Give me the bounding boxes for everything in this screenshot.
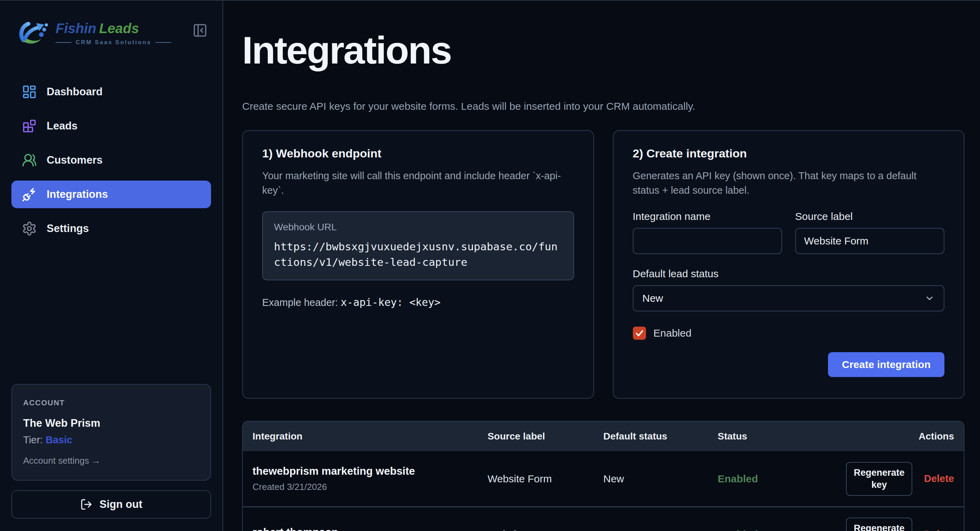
sidebar: FishinLeads CRM Saas Solutions Dashboard — [0, 1, 223, 531]
sidebar-item-leads[interactable]: Leads — [11, 112, 211, 140]
sidebar-nav: Dashboard Leads Customers — [11, 78, 211, 243]
create-card-title: 2) Create integration — [633, 147, 945, 160]
page-subtitle: Create secure API keys for your website … — [242, 100, 964, 112]
example-header-prefix: Example header: — [262, 297, 338, 308]
cards-row: 1) Webhook endpoint Your marketing site … — [242, 130, 964, 399]
column-header-status: Status — [718, 431, 824, 442]
plug-zap-icon — [22, 187, 37, 202]
sign-out-button[interactable]: Sign out — [11, 490, 211, 518]
column-header-source-label: Source label — [487, 431, 603, 442]
default-status-select[interactable]: New — [633, 285, 945, 311]
blocks-icon — [22, 119, 37, 134]
enabled-checkbox-row: Enabled — [633, 327, 945, 340]
status-badge: Enabled — [718, 529, 824, 531]
log-out-icon — [80, 498, 92, 510]
brand-name-primary: Fishin — [56, 21, 96, 36]
delete-button[interactable]: Delete — [924, 473, 954, 484]
integration-name-field: Integration name — [633, 211, 782, 254]
account-section-label: ACCOUNT — [23, 398, 199, 407]
sidebar-item-integrations[interactable]: Integrations — [11, 181, 211, 208]
webhook-url-box: Webhook URL https://bwbsxgjvuxuedejxusnv… — [262, 211, 574, 281]
integration-name: robert thompson — [253, 526, 487, 531]
integration-name: thewebprism marketing website — [253, 465, 487, 477]
source-label-cell: Website Form — [487, 473, 603, 485]
logo-text: FishinLeads CRM Saas Solutions — [56, 21, 171, 46]
column-header-actions: Actions — [824, 431, 954, 442]
column-header-integration: Integration — [253, 431, 487, 442]
create-integration-card: 2) Create integration Generates an API k… — [613, 130, 965, 399]
regenerate-key-button[interactable]: Regenerate key — [846, 462, 912, 496]
panel-left-close-icon — [192, 23, 208, 38]
chevron-down-icon — [924, 293, 935, 303]
app-root: FishinLeads CRM Saas Solutions Dashboard — [0, 0, 980, 531]
layout-dashboard-icon — [22, 84, 37, 100]
create-integration-button[interactable]: Create integration — [828, 352, 944, 377]
sidebar-item-dashboard[interactable]: Dashboard — [11, 78, 211, 106]
sign-out-label: Sign out — [100, 498, 142, 510]
integration-created-date: Created 3/21/2026 — [253, 482, 487, 492]
table-row: robert thompson Website Form New Enabled… — [243, 507, 964, 531]
delete-button[interactable]: Delete — [924, 529, 954, 531]
webhook-url-label: Webhook URL — [274, 222, 562, 233]
gear-icon — [22, 221, 37, 236]
default-status-cell: New — [603, 529, 718, 531]
integration-name-cell: thewebprism marketing website Created 3/… — [253, 465, 487, 492]
main-content: Integrations Create secure API keys for … — [223, 1, 980, 531]
account-card: ACCOUNT The Web Prism Tier: Basic Accoun… — [11, 384, 211, 480]
nav-label-integrations: Integrations — [47, 188, 108, 201]
integrations-table: Integration Source label Default status … — [242, 421, 964, 531]
nav-label-customers: Customers — [47, 154, 103, 166]
brand-tagline: CRM Saas Solutions — [56, 39, 171, 46]
account-tier-label: Tier: — [23, 434, 43, 445]
logo-mark-icon — [18, 15, 54, 51]
logo[interactable]: FishinLeads CRM Saas Solutions — [18, 15, 171, 51]
page-title: Integrations — [242, 28, 964, 73]
status-badge: Enabled — [718, 473, 824, 485]
webhook-card-title: 1) Webhook endpoint — [262, 147, 574, 160]
column-header-default-status: Default status — [603, 431, 718, 442]
webhook-card-description: Your marketing site will call this endpo… — [262, 168, 574, 198]
create-card-description: Generates an API key (shown once). That … — [633, 168, 945, 198]
source-label-cell: Website Form — [487, 529, 603, 531]
table-header-row: Integration Source label Default status … — [243, 422, 964, 451]
webhook-url-value: https://bwbsxgjvuxuedejxusnv.supabase.co… — [274, 239, 562, 270]
source-label-label: Source label — [795, 211, 944, 222]
users-icon — [22, 152, 37, 168]
source-label-field: Source label — [795, 211, 944, 254]
enabled-checkbox[interactable] — [633, 327, 646, 340]
integration-name-label: Integration name — [633, 211, 782, 222]
sidebar-item-settings[interactable]: Settings — [11, 215, 211, 243]
account-tier-value: Basic — [46, 434, 72, 445]
brand-name-secondary: Leads — [99, 21, 139, 36]
integration-name-cell: robert thompson — [253, 526, 487, 531]
webhook-endpoint-card: 1) Webhook endpoint Your marketing site … — [242, 130, 594, 399]
example-header-code: x-api-key: <key> — [340, 296, 441, 308]
account-settings-link[interactable]: Account settings → — [23, 455, 199, 466]
table-row: thewebprism marketing website Created 3/… — [243, 451, 964, 507]
actions-cell: Regenerate key Delete — [824, 462, 954, 496]
default-status-cell: New — [603, 473, 718, 485]
sidebar-item-customers[interactable]: Customers — [11, 146, 211, 174]
nav-label-dashboard: Dashboard — [47, 86, 103, 98]
nav-label-leads: Leads — [47, 120, 78, 132]
brand-name: FishinLeads — [56, 21, 139, 36]
regenerate-key-button[interactable]: Regenerate key — [846, 518, 912, 531]
create-form-row: Integration name Source label — [633, 211, 945, 254]
sidebar-collapse-button[interactable] — [192, 23, 208, 38]
sidebar-header: FishinLeads CRM Saas Solutions — [11, 13, 211, 51]
source-label-input[interactable] — [795, 228, 944, 254]
default-status-value: New — [643, 292, 663, 304]
actions-cell: Regenerate key Delete — [824, 518, 954, 531]
account-tier: Tier: Basic — [23, 434, 199, 446]
integration-name-input[interactable] — [633, 228, 782, 254]
nav-label-settings: Settings — [47, 222, 89, 235]
enabled-checkbox-label: Enabled — [654, 327, 692, 339]
example-header-line: Example header: x-api-key: <key> — [262, 296, 574, 308]
default-lead-status-label: Default lead status — [633, 268, 945, 280]
account-name: The Web Prism — [23, 417, 199, 430]
check-icon — [635, 329, 644, 338]
submit-row: Create integration — [633, 352, 945, 377]
